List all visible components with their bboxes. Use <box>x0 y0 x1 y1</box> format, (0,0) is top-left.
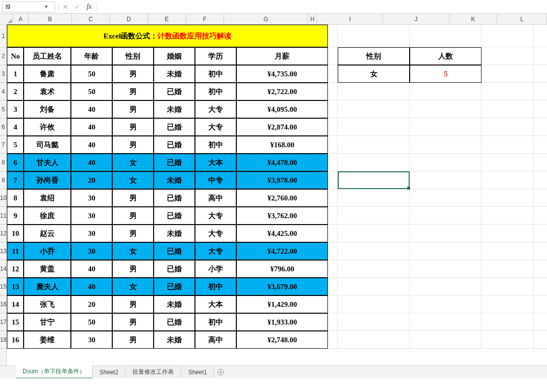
column-header[interactable]: A <box>13 14 29 24</box>
name-box[interactable]: ▼ <box>2 1 55 12</box>
row-header[interactable]: 8 <box>0 154 6 171</box>
column-header[interactable]: I <box>317 14 383 24</box>
row-header[interactable]: 3 <box>0 65 6 83</box>
table-row[interactable]: 11 小乔 30 女 已婚 大专 ¥4,722.00 <box>7 242 328 260</box>
table-row[interactable]: 3 刘备 40 男 未婚 大专 ¥4,095.00 <box>7 100 328 118</box>
column-header[interactable]: J <box>383 14 449 24</box>
sheet-tabs-bar: Dsum（单字段单条件）Sheet2批量修改工作表Sheet1 <box>0 365 547 378</box>
column-headers: ABCDEFGHIJKL <box>0 14 547 25</box>
cells-area[interactable]: Excel函数公式：计数函数应用技巧解读 No 员工姓名 年龄 性别 婚姻 学历… <box>7 25 547 365</box>
sheet-tab[interactable]: Sheet2 <box>93 367 126 378</box>
sheet-tab[interactable]: Sheet1 <box>181 367 214 378</box>
table-row[interactable]: 10 赵云 30 男 未婚 大专 ¥4,425.00 <box>7 225 328 242</box>
row-header[interactable]: 17 <box>0 313 6 331</box>
formula-input[interactable] <box>97 3 547 10</box>
sheet-tab[interactable]: Dsum（单字段单条件） <box>16 365 93 378</box>
column-header[interactable]: L <box>497 14 547 24</box>
row-header[interactable]: 7 <box>0 136 6 154</box>
table-row[interactable]: 15 甘宁 50 男 已婚 初中 ¥1,933.00 <box>7 313 328 331</box>
name-box-dropdown-icon[interactable]: ▼ <box>42 4 51 9</box>
row-header[interactable]: 10 <box>0 189 6 207</box>
row-headers: 123456789101112131415161718 <box>0 25 7 365</box>
row-header[interactable]: 11 <box>0 207 6 225</box>
fx-icon[interactable]: fx <box>83 1 95 12</box>
column-header[interactable]: B <box>29 14 72 24</box>
table-row[interactable]: 8 袁绍 30 男 已婚 高中 ¥2,760.00 <box>7 189 328 207</box>
new-sheet-button[interactable] <box>214 368 227 377</box>
sheet-tab[interactable]: 批量修改工作表 <box>126 366 181 378</box>
table-row[interactable]: 16 姜维 30 男 未婚 高中 ¥2,748.00 <box>7 331 328 349</box>
table-row[interactable]: 2 袁术 50 男 已婚 初中 ¥2,722.00 <box>7 83 328 100</box>
table-row[interactable]: 5 司马懿 40 男 已婚 初中 ¥168.00 <box>7 136 328 154</box>
grid: ABCDEFGHIJKL 123456789101112131415161718… <box>0 14 547 365</box>
name-box-input[interactable] <box>2 3 42 10</box>
select-all-button[interactable] <box>0 14 13 24</box>
row-header[interactable]: 4 <box>0 83 6 100</box>
column-header[interactable]: H <box>308 14 317 24</box>
row-header[interactable]: 18 <box>0 331 6 349</box>
table-row[interactable]: 13 糜夫人 40 女 已婚 初中 ¥3,679.00 <box>7 278 328 295</box>
column-header[interactable]: K <box>450 14 497 24</box>
table-row[interactable]: 12 黄盖 40 男 已婚 小学 ¥796.00 <box>7 260 328 278</box>
row-header[interactable]: 1 <box>0 25 6 47</box>
column-header[interactable]: E <box>148 14 186 24</box>
formula-bar-row: ▼ ✕ ✓ fx <box>0 0 547 14</box>
row-header[interactable]: 2 <box>0 47 6 65</box>
confirm-formula-icon[interactable]: ✓ <box>71 1 83 12</box>
column-header[interactable]: C <box>72 14 110 24</box>
main-data-table: Excel函数公式：计数函数应用技巧解读 No 员工姓名 年龄 性别 婚姻 学历… <box>7 25 328 349</box>
separator <box>96 2 97 11</box>
table-row[interactable]: 14 张飞 20 男 未婚 大本 ¥1,429.00 <box>7 295 328 313</box>
side-summary-table: 性别 人数 女 5 <box>338 47 482 83</box>
row-header[interactable]: 5 <box>0 100 6 118</box>
table-row[interactable]: 7 孙尚香 20 女 未婚 中专 ¥3,978.00 <box>7 171 328 189</box>
cancel-formula-icon[interactable]: ✕ <box>60 1 71 12</box>
row-header[interactable]: 12 <box>0 225 6 242</box>
column-header[interactable]: D <box>110 14 148 24</box>
table-row[interactable]: 9 徐庶 30 男 已婚 大专 ¥3,762.00 <box>7 207 328 225</box>
table-row[interactable]: 6 甘夫人 40 女 已婚 大本 ¥4,478.00 <box>7 154 328 171</box>
row-header[interactable]: 16 <box>0 295 6 313</box>
column-header[interactable]: F <box>186 14 224 24</box>
column-header[interactable]: G <box>224 14 308 24</box>
workbook: ABCDEFGHIJKL 123456789101112131415161718… <box>0 14 547 378</box>
row-header[interactable]: 14 <box>0 260 6 278</box>
table-row[interactable]: 4 许攸 40 男 已婚 大专 ¥2,874.00 <box>7 118 328 136</box>
table-row[interactable]: 1 鲁肃 50 男 未婚 初中 ¥4,735.00 <box>7 65 328 83</box>
row-header[interactable]: 6 <box>0 118 6 136</box>
row-header[interactable]: 15 <box>0 278 6 295</box>
row-header[interactable]: 9 <box>0 171 6 189</box>
separator <box>58 2 59 11</box>
row-header[interactable]: 13 <box>0 242 6 260</box>
